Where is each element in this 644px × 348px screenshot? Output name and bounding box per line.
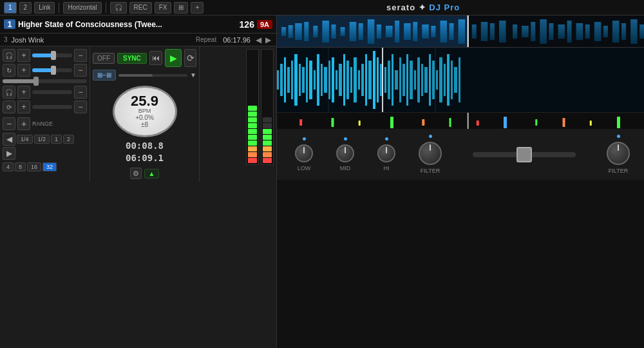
eq-plus-1[interactable]: + bbox=[17, 49, 30, 62]
svg-rect-75 bbox=[354, 57, 357, 102]
sync-button[interactable]: SYNC bbox=[117, 53, 147, 64]
loop-btn-1/2[interactable]: 1/2 bbox=[34, 135, 50, 144]
svg-rect-79 bbox=[368, 61, 372, 99]
svg-rect-4 bbox=[295, 23, 302, 40]
range-plus[interactable]: + bbox=[17, 117, 30, 130]
deck2-btn[interactable]: 2 bbox=[19, 2, 32, 14]
svg-rect-89 bbox=[406, 54, 408, 106]
svg-rect-118 bbox=[563, 118, 565, 127]
eq-minus-1[interactable]: − bbox=[74, 49, 87, 62]
beat-markers-svg bbox=[277, 113, 644, 129]
eq-knob-low2: LOW bbox=[641, 137, 644, 171]
loop-prev[interactable]: ◀ bbox=[3, 133, 15, 146]
eq-knob-filter2: FILTER bbox=[595, 135, 641, 174]
waveform-overview[interactable] bbox=[277, 15, 644, 48]
pitch-display: 25.9 BPM +0.0% ±8 bbox=[113, 86, 177, 137]
svg-rect-65 bbox=[317, 54, 319, 106]
plus-btn[interactable]: + bbox=[191, 2, 204, 14]
crossfader-handle[interactable] bbox=[516, 147, 532, 162]
svg-rect-25 bbox=[490, 23, 495, 40]
rec-btn[interactable]: REC bbox=[129, 2, 152, 14]
svg-rect-58 bbox=[291, 61, 293, 99]
loop-btn-1/4[interactable]: 1/4 bbox=[17, 135, 33, 144]
svg-rect-81 bbox=[377, 57, 379, 102]
svg-rect-102 bbox=[454, 67, 457, 93]
grid-btn[interactable]: ⊞ bbox=[174, 2, 188, 14]
nav-prev[interactable]: ◀ bbox=[254, 35, 263, 44]
knob-filter2[interactable] bbox=[607, 142, 630, 165]
fx-btn[interactable]: FX bbox=[155, 2, 172, 14]
eq-plus-4[interactable]: + bbox=[17, 101, 30, 113]
deck1-btn[interactable]: 1 bbox=[4, 2, 17, 14]
svg-rect-19 bbox=[431, 26, 435, 37]
svg-rect-67 bbox=[324, 67, 327, 93]
svg-rect-30 bbox=[540, 19, 547, 44]
headphone2-icon[interactable]: 🎧 bbox=[3, 86, 15, 99]
svg-rect-92 bbox=[417, 57, 420, 102]
knob-label-filter1: FILTER bbox=[421, 168, 440, 174]
pitch-bpm-value: 25.9 bbox=[131, 94, 158, 108]
loop-btn-8[interactable]: 8 bbox=[15, 162, 26, 171]
link-btn[interactable]: Link bbox=[34, 2, 55, 14]
svg-rect-10 bbox=[350, 22, 357, 41]
svg-rect-93 bbox=[421, 64, 423, 96]
skip-back-btn[interactable]: ⏮ bbox=[149, 51, 163, 65]
knob-filter1[interactable] bbox=[419, 142, 442, 165]
play-button[interactable]: ▶ bbox=[165, 49, 182, 67]
svg-rect-97 bbox=[436, 70, 438, 90]
knob-label-mid1: MID bbox=[340, 165, 351, 171]
knob-low1[interactable] bbox=[295, 144, 313, 162]
eq-plus-2[interactable]: + bbox=[17, 64, 30, 77]
crossfader-track[interactable] bbox=[473, 152, 576, 157]
horizontal-btn[interactable]: Horizontal bbox=[63, 2, 101, 14]
green-up-btn[interactable]: ▲ bbox=[144, 169, 160, 179]
settings-icon[interactable]: ⚙ bbox=[130, 168, 142, 179]
pitch-range: ±8 bbox=[141, 121, 148, 128]
svg-rect-55 bbox=[280, 64, 283, 96]
headphone-btn[interactable]: 🎧 bbox=[110, 2, 127, 14]
svg-rect-38 bbox=[612, 21, 620, 43]
svg-rect-120 bbox=[617, 117, 620, 128]
loop-next[interactable]: ▶ bbox=[3, 147, 15, 160]
off-button[interactable]: OFF bbox=[93, 53, 115, 64]
nav-next[interactable]: ▶ bbox=[264, 35, 272, 44]
svg-rect-76 bbox=[358, 70, 360, 90]
svg-rect-34 bbox=[576, 23, 583, 40]
svg-rect-69 bbox=[332, 57, 334, 102]
svg-rect-103 bbox=[459, 57, 460, 102]
knob-hi1[interactable] bbox=[377, 144, 395, 162]
svg-rect-60 bbox=[299, 64, 301, 96]
svg-rect-91 bbox=[414, 70, 416, 90]
serato-logo: serato ✦ DJ Pro bbox=[386, 3, 460, 12]
range-minus[interactable]: − bbox=[3, 117, 15, 130]
knob-mid1[interactable] bbox=[336, 144, 354, 162]
pitch-down[interactable]: ▼ bbox=[190, 72, 196, 79]
svg-rect-115 bbox=[477, 121, 479, 126]
loop-btn-1[interactable]: 1 bbox=[51, 135, 62, 144]
main-area: 1 Higher State of Consciousness (Twee...… bbox=[0, 15, 644, 348]
eq-loop-icon[interactable]: ↻ bbox=[3, 64, 15, 77]
waveform-area: LOW MID HI FILTER bbox=[277, 15, 644, 348]
eq-minus-4[interactable]: − bbox=[74, 101, 87, 113]
deck-number: 1 bbox=[4, 19, 15, 29]
pitch-slider-track[interactable] bbox=[118, 74, 187, 77]
svg-rect-72 bbox=[343, 54, 345, 106]
loop-btn-4[interactable]: 4 bbox=[3, 162, 14, 171]
svg-rect-57 bbox=[287, 67, 290, 93]
waveform-main[interactable] bbox=[277, 48, 644, 112]
loop-btn-16[interactable]: 16 bbox=[27, 162, 41, 171]
eq-minus-2[interactable]: − bbox=[74, 64, 87, 77]
eq-minus-3[interactable]: − bbox=[74, 86, 87, 99]
knob-dot-filter2 bbox=[617, 135, 620, 138]
eq-knob-mid1: MID bbox=[325, 137, 366, 171]
svg-rect-11 bbox=[359, 23, 363, 40]
loop-btn-2[interactable]: 2 bbox=[63, 135, 74, 144]
headphone-icon[interactable]: 🎧 bbox=[3, 49, 15, 62]
loop-btn-32[interactable]: 32 bbox=[43, 162, 57, 171]
pitch-control-btn[interactable]: ⟳ bbox=[184, 49, 196, 67]
svg-rect-5 bbox=[304, 22, 308, 41]
rotate-icon[interactable]: ⟳ bbox=[3, 101, 15, 113]
loop-indicator: ⊞−⊞ bbox=[93, 70, 116, 81]
eq-plus-3[interactable]: + bbox=[17, 86, 30, 99]
svg-rect-86 bbox=[395, 70, 398, 90]
